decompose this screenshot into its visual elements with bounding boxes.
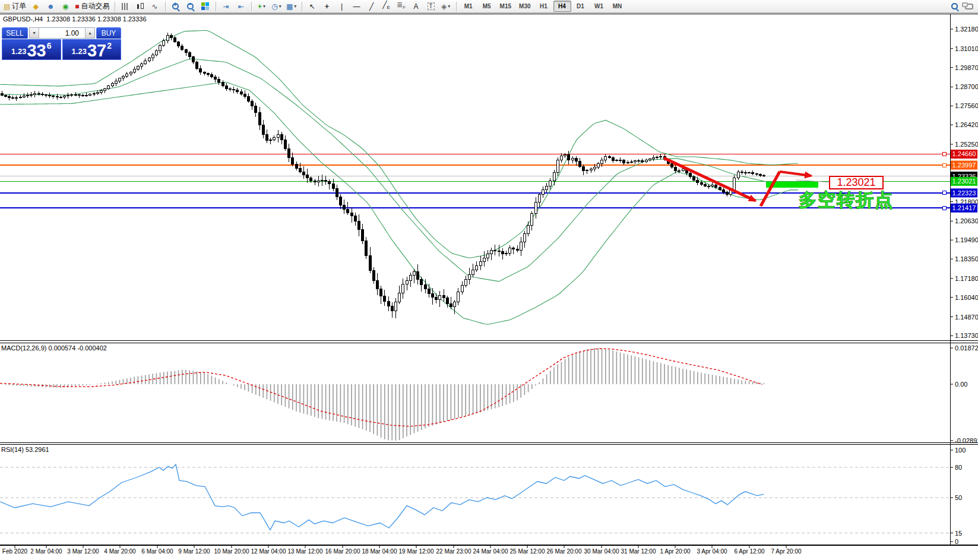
chart-shift-icon[interactable]: ⇤ [234,1,248,12]
volume-increase-button[interactable]: ▴ [85,28,94,38]
time-axis-label: 10 Mar 20:00 [214,548,249,555]
price-axis-tick: 1.25250 [955,141,978,148]
line-chart-icon[interactable]: ∿ [148,1,162,12]
time-axis-label: 1 Apr 20:00 [660,548,691,555]
time-axis-label: 3 Mar 12:00 [67,548,99,555]
autotrading-button[interactable]: ■自动交易 [73,1,111,12]
timeframe-D1[interactable]: D1 [572,1,590,12]
macd-axis-tick: 0.018721 [955,344,978,352]
trendline-icon[interactable]: ╱ [365,1,379,12]
horizontal-line-1.24660[interactable] [0,152,950,156]
price-axis-tick: 1.18350 [955,255,978,262]
timeframe-H1[interactable]: H1 [535,1,553,12]
auto-scroll-icon[interactable]: ⇥ [219,1,233,12]
buy-price-prefix: 1.23 [72,47,87,56]
bollinger-lower-band [0,82,798,324]
periods-button[interactable]: ◷▾ [270,1,284,12]
time-axis-label: 13 Mar 12:00 [288,548,323,555]
indicators-button[interactable]: +▾ [255,1,269,12]
label-icon: T [428,2,435,10]
horizontal-line-1.23997[interactable] [0,163,950,167]
timeframe-MN[interactable]: MN [609,1,626,12]
price-badge-text: 1.22323 [952,189,976,197]
rsi-indicator: RSI(14) 53.2961 [0,446,950,533]
price-callout-text: 1.23021 [837,176,875,188]
time-axis-label: 25 Mar 12:00 [510,548,545,555]
text-icon[interactable]: A [409,1,423,12]
rsi-axis-tick: 80 [955,464,962,471]
templates-button[interactable]: ▦▾ [284,1,299,12]
macd-label: MACD(12,26,9) 0.000574 -0.000402 [1,344,107,352]
channel-icon[interactable]: ╱E [379,1,394,12]
timeframe-M30[interactable]: M30 [515,1,534,12]
rsi-axis-tick: 100 [955,447,966,454]
dropdown-caret-icon: ▾ [448,4,450,9]
horizontal-line-icon[interactable]: — [350,1,364,12]
price-axis-tick: 1.20630 [955,217,978,224]
bar-chart-icon[interactable] [118,1,132,12]
bollinger-upper-band [0,30,798,258]
vertical-line-icon[interactable]: | [335,1,349,12]
timeframe-M5[interactable]: M5 [478,1,496,12]
rsi-axis-tick: 0 [955,538,958,545]
fibonacci-icon[interactable]: ≣F [394,1,409,12]
zoom-out-icon[interactable] [183,1,198,12]
autotrading-button: ■ [75,2,79,11]
timeframe-H4[interactable]: H4 [553,1,571,12]
label-icon[interactable]: T [424,1,438,12]
horizontal-line-icon: — [353,2,360,11]
chat-icon [965,4,973,10]
buy-price[interactable]: 1.23372 [62,39,122,60]
sell-price[interactable]: 1.23336 [2,39,61,60]
price-axis-tick: 1.17180 [955,275,978,282]
sell-button[interactable]: SELL [2,27,28,39]
timeframe-M1[interactable]: M1 [460,1,477,12]
candlestick-chart-icon[interactable] [133,1,147,12]
auto-scroll-icon: ⇥ [223,2,229,11]
trend-arrow[interactable] [761,172,780,206]
metaeditor-icon: ◆ [33,2,39,11]
buy-button[interactable]: BUY [96,27,121,39]
time-axis-label: 18 Mar 04:00 [362,548,397,555]
arrows-icon[interactable]: ◈▾ [439,1,453,12]
trend-arrow[interactable] [664,158,755,201]
time-axis-label: 31 Mar 12:00 [621,548,656,555]
price-badge-text: 1.24660 [952,150,976,157]
cursor-icon[interactable]: ↖ [305,1,319,12]
time-axis-label: 19 Mar 12:00 [399,548,434,555]
volume-control: ▾ ▴ [29,27,95,39]
volume-decrease-button[interactable]: ▾ [30,28,39,38]
community-icon[interactable]: ☻ [43,1,58,12]
trendline-icon: ╱ [369,2,374,11]
time-axis-label: 12 Mar 04:00 [251,548,286,555]
rsi-axis-tick: 50 [955,494,962,501]
annotations: 1.23021多空转折点 [664,158,894,210]
time-axis-label: 6 Apr 12:00 [734,548,765,555]
channel-icon: ╱E [382,1,390,12]
main-toolbar: ▤订单◆☻◉■自动交易∿⇥⇤+▾◷▾▦▾↖+|—╱╱E≣FAT◈▾M1M5M15… [0,0,978,13]
trend-arrow[interactable] [780,172,811,176]
tile-windows-icon[interactable] [198,1,213,12]
new-order-button[interactable]: ▤订单 [2,1,28,12]
timeframe-M15[interactable]: M15 [496,1,515,12]
indicators-button: + [258,2,262,11]
signals-icon[interactable]: ◉ [58,1,72,12]
time-axis-label: 16 Mar 20:00 [325,548,360,555]
time-axis: Feb 20202 Mar 04:003 Mar 12:004 Mar 20:0… [2,545,802,555]
macd-axis-tick: -0.028913 [955,437,978,444]
price-axis-tick: 1.14870 [955,314,978,321]
crosshair-icon[interactable]: + [320,1,334,12]
toolbar-separator [115,2,115,11]
time-axis-label: Feb 2020 [2,548,28,555]
timeframe-W1[interactable]: W1 [590,1,608,12]
zoom-in-icon[interactable] [169,1,183,12]
time-axis-label: 3 Apr 04:00 [697,548,727,555]
chat-icon[interactable] [962,1,976,12]
sell-price-pipette: 6 [47,41,52,50]
community-icon: ☻ [47,2,55,11]
search-icon[interactable] [947,1,961,12]
metaeditor-icon[interactable]: ◆ [29,1,43,12]
volume-input[interactable] [39,28,85,38]
periods-button: ◷ [271,2,277,11]
chart-canvas: MACD(12,26,9) 0.000574 -0.000402RSI(14) … [0,0,978,560]
